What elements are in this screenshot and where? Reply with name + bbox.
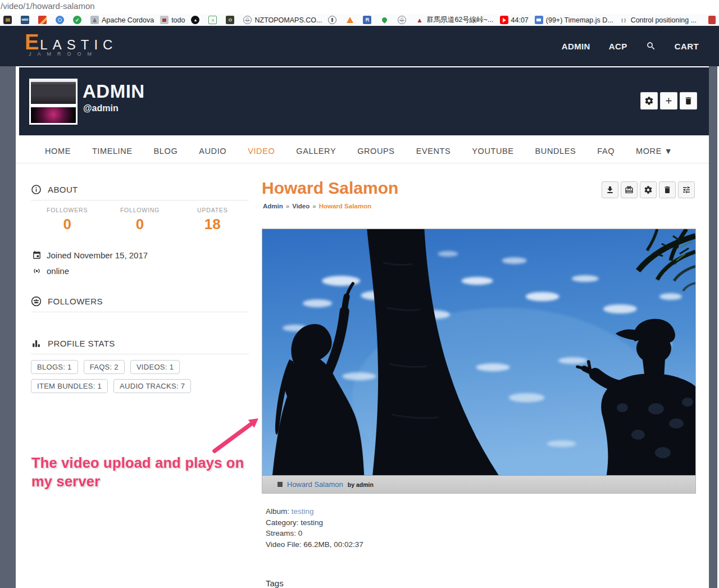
browser-status-url: /video/1/howard-salamon [1, 1, 95, 11]
calendar-icon [32, 250, 42, 260]
video-detail-line: Album: testing [266, 506, 363, 517]
bookmark-item[interactable] [191, 16, 202, 24]
site-header: E LASTIC JAMROOM ADMIN ACP CART [0, 26, 719, 66]
bookmark-item[interactable] [708, 16, 718, 24]
tf-circle-favicon-icon [328, 16, 336, 24]
bar-chart-icon [31, 338, 42, 349]
bookmark-item[interactable]: NZTOPOMAPS.CO... [243, 16, 322, 24]
video-delete-button[interactable] [659, 181, 676, 198]
bookmark-item[interactable] [328, 16, 339, 24]
trash-icon [684, 96, 693, 106]
playlist-item-author: by admin [348, 481, 374, 488]
site-logo[interactable]: E LASTIC JAMROOM [25, 31, 117, 57]
gear-icon [644, 185, 653, 194]
annotation-note: The video upload and plays on my server [31, 454, 256, 490]
nav-tab[interactable]: VIDEO [237, 139, 285, 163]
playlist-item-link[interactable]: Howard Salamon [287, 480, 343, 489]
page-scrollbar-strip[interactable] [709, 66, 717, 588]
bookmark-item[interactable]: todo [160, 16, 185, 24]
nav-tab[interactable]: BUNDLES [525, 139, 587, 163]
breadcrumb-item[interactable]: Video [292, 203, 310, 209]
nav-tab[interactable]: MORE ▼ [625, 139, 683, 163]
nav-tab[interactable]: EVENTS [406, 139, 462, 163]
bookmark-item[interactable] [345, 16, 357, 24]
profile-counter: FOLLOWING 0 [103, 207, 176, 233]
video-settings-button[interactable] [640, 181, 657, 198]
bookmark-label: 44:07 [511, 16, 529, 24]
stat-badge[interactable]: ITEM BUNDLES: 1 [31, 379, 108, 393]
profile-avatar[interactable] [29, 79, 78, 125]
profile-settings-button[interactable] [640, 92, 658, 110]
nav-tab[interactable]: TIMELINE [81, 139, 143, 163]
online-status-row: online [32, 266, 69, 276]
bookmark-item[interactable] [208, 16, 220, 24]
broadcast-icon [32, 266, 42, 276]
breadcrumb-item: » [312, 203, 316, 209]
bookmark-item[interactable] [3, 16, 15, 24]
video-detail-line: Video File: 66.2MB, 00:02:37 [266, 539, 363, 550]
bookmark-label: 群馬県道62号線峠~... [426, 15, 493, 25]
video-action-buttons [602, 181, 695, 198]
bookmark-item[interactable]: NBR [21, 16, 32, 24]
bookmark-label: todo [171, 16, 185, 24]
nav-tab[interactable]: FAQ [586, 139, 625, 163]
profile-stat-badges: BLOGS: 1 FAQS: 2 VIDEOS: 1 ITEM BUNDLES:… [31, 360, 256, 393]
bookmark-item[interactable]: O [226, 16, 237, 24]
menu-item-cart[interactable]: CART [675, 42, 699, 51]
profile-title: ADMIN [83, 81, 145, 102]
profile-add-button[interactable] [660, 92, 677, 110]
profile-counter: UPDATES 18 [176, 207, 249, 233]
bookmark-label: (99+) Timemap.js D... [546, 16, 613, 24]
menu-item-admin[interactable]: ADMIN [562, 42, 590, 51]
tags-heading: Tags [266, 578, 284, 588]
bookmark-item[interactable]: Apache Cordova [90, 16, 154, 24]
video-player: Howard Salamon by admin [262, 229, 696, 494]
bookmark-item[interactable]: 44:07 [500, 16, 529, 24]
nav-tab[interactable]: GROUPS [347, 139, 405, 163]
breadcrumb: Admin » Video » Howard Salamon [263, 203, 371, 209]
download-button[interactable] [602, 181, 618, 198]
bookmarks-bar: NBR Apache Cordova [0, 14, 719, 26]
bookmark-item[interactable] [380, 16, 392, 24]
red-grid-favicon-icon [38, 16, 47, 24]
video-options-button[interactable] [678, 181, 695, 198]
bookmark-item[interactable]: Control positioning ... [620, 16, 697, 24]
info-icon [31, 184, 42, 195]
bookmark-label: Control positioning ... [631, 16, 697, 24]
youtube-favicon-icon [500, 16, 508, 24]
followers-section-heading: FOLLOWERS [31, 296, 103, 307]
about-section-heading: ABOUT [31, 184, 78, 195]
bookmark-item[interactable] [38, 16, 49, 24]
nav-tab[interactable]: BLOG [143, 139, 189, 163]
stat-badge[interactable]: AUDIO TRACKS: 7 [113, 379, 191, 393]
page-title: Howard Salamon [262, 179, 398, 198]
annotation-arrow [209, 412, 265, 457]
stat-badge[interactable]: FAQS: 2 [84, 360, 125, 374]
profile-banner: ADMIN @admin [19, 67, 709, 135]
breadcrumb-item[interactable]: Admin [263, 203, 283, 209]
r-blue-favicon-icon: R [363, 16, 371, 24]
stat-badge[interactable]: VIDEOS: 1 [130, 360, 180, 374]
gift-button[interactable] [621, 181, 638, 198]
video-frame[interactable] [262, 229, 695, 475]
bookmark-item[interactable] [56, 16, 67, 24]
video-details: Album: testing Category: testing Streams… [266, 506, 363, 550]
bookmark-item[interactable]: (99+) Timemap.js D... [535, 16, 613, 24]
bookmark-item[interactable] [398, 16, 409, 24]
bookmark-item[interactable]: 群馬県道62号線峠~... [415, 15, 493, 25]
nav-tab[interactable]: YOUTUBE [461, 139, 524, 163]
gear-icon [644, 96, 654, 106]
search-icon[interactable] [646, 41, 656, 51]
todo-bag-favicon-icon [160, 16, 169, 24]
bookmark-item[interactable]: R [363, 16, 374, 24]
code-favicon-icon [620, 16, 628, 24]
nav-tab[interactable]: GALLERY [285, 139, 347, 163]
bookmark-item[interactable] [73, 16, 84, 24]
nav-tab[interactable]: HOME [34, 139, 81, 163]
globe-favicon-icon [243, 16, 252, 24]
nav-tab[interactable]: AUDIO [188, 139, 237, 163]
menu-item-acp[interactable]: ACP [609, 42, 627, 51]
profile-delete-button[interactable] [680, 92, 697, 110]
apache-cordova-favicon-icon [90, 16, 99, 24]
stat-badge[interactable]: BLOGS: 1 [31, 360, 78, 374]
